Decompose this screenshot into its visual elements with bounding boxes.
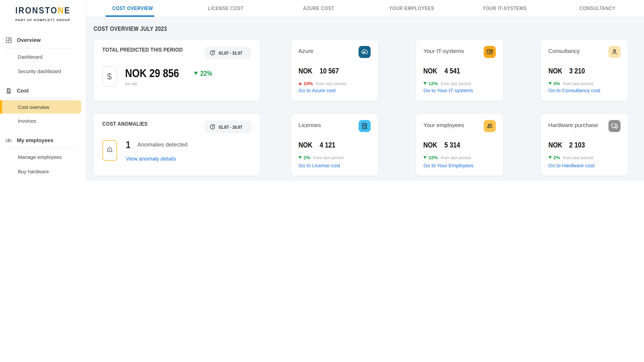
- sidebar-item-invoices[interactable]: Invoices: [0, 114, 86, 128]
- delta-caption: from last period: [563, 81, 593, 86]
- card-it-systems: Your IT-systems NOK4 541 12% from last p…: [416, 40, 503, 100]
- go-to-hardware-cost-link[interactable]: Go to Hardware cost: [548, 163, 620, 168]
- delta-caption: from last period: [441, 155, 471, 160]
- card-title: COST ANOMALIES: [102, 121, 148, 127]
- cloud-gear-icon: [358, 46, 371, 58]
- go-to-license-cost-link[interactable]: Go to License cost: [298, 163, 371, 168]
- devices-icon: [608, 120, 620, 132]
- card-title: Your employees: [423, 122, 464, 129]
- history-clock-icon: [210, 124, 216, 130]
- dollar-icon: $: [102, 66, 116, 86]
- tab-cost-overview[interactable]: COST OVERVIEW: [86, 0, 179, 17]
- sidebar-section-cost[interactable]: $ Cost: [0, 84, 86, 98]
- sidebar-section-label: Cost: [17, 88, 29, 94]
- divider: [5, 48, 76, 48]
- tab-your-it-systems[interactable]: YOUR IT-SYSTEMS: [458, 0, 551, 17]
- divider: [5, 148, 76, 148]
- card-amount: 4 541: [444, 67, 460, 75]
- card-your-employees: Your employees NOK5 314 22% from last pe…: [416, 114, 503, 176]
- delta-badge: 2%: [298, 155, 310, 160]
- delta-caption: from last period: [441, 81, 471, 86]
- svg-text:$: $: [8, 89, 10, 92]
- card-title: Azure: [298, 48, 314, 55]
- delta-caption: from last period: [563, 155, 593, 160]
- page-title: COST OVERVIEW JULY 2023: [94, 25, 167, 32]
- sidebar-item-cost-overview[interactable]: Cost overview: [0, 100, 81, 114]
- card-amount: 5 314: [444, 141, 460, 149]
- delta-badge: 4%: [548, 81, 560, 86]
- logo-accent-letter: N: [58, 5, 64, 15]
- card-amount: 3 210: [569, 67, 585, 75]
- delta-badge: 22%: [423, 155, 438, 160]
- card-hardware: Hardware purchase NOK2 103 2% from last …: [541, 114, 628, 176]
- logo: IRONSTONE PART OF KOMPLETT GROUP: [0, 0, 86, 22]
- sidebar-section-my-employees[interactable]: My employees: [0, 133, 86, 147]
- sidebar-section-label: Overview: [17, 37, 40, 43]
- anomaly-count: 1: [126, 139, 130, 150]
- go-to-it-systems-link[interactable]: Go to Your-IT systems: [423, 87, 496, 93]
- arrow-down-icon: [423, 82, 427, 85]
- sidebar-item-order-history[interactable]: Order history: [0, 179, 86, 181]
- view-anomaly-details-link[interactable]: View anomaly details: [126, 156, 188, 162]
- anomaly-label: Anomalies detected: [137, 141, 188, 148]
- arrow-down-icon: [298, 156, 302, 159]
- divider: [5, 98, 76, 99]
- logo-subtitle: PART OF KOMPLETT GROUP: [0, 18, 86, 22]
- card-title: Licenses: [298, 122, 321, 129]
- period-badge: 01.07 - 31.07: [205, 46, 251, 59]
- go-to-consultancy-link[interactable]: Go to Consultancy cost: [548, 87, 620, 93]
- arrow-down-icon: [194, 71, 198, 75]
- sidebar-item-security-dashboard[interactable]: Security dashboard: [0, 64, 86, 78]
- delta-badge: 10%: [298, 81, 313, 86]
- period-badge: 01.07 - 16.07: [205, 121, 251, 133]
- arrow-down-icon: [548, 82, 552, 85]
- sidebar-item-manage-employees[interactable]: Manage employees: [0, 150, 86, 164]
- sidebar-item-dashboard[interactable]: Dashboard: [0, 50, 86, 64]
- logo-wordmark: IRONSTONE: [5, 5, 81, 16]
- sidebar-nav: Overview Dashboard Security dashboard $ …: [0, 33, 86, 181]
- delta-badge: 2%: [548, 155, 560, 160]
- delta-caption: from last period: [316, 81, 346, 86]
- cost-document-icon: $: [5, 87, 12, 94]
- grid-icon: [5, 36, 12, 44]
- total-predicted-card: TOTAL PREDICTED THIS PERIOD 01.07 - 31.0…: [94, 40, 260, 100]
- go-to-your-employees-link[interactable]: Go to Your Employees: [423, 163, 496, 168]
- tab-license-cost[interactable]: LICENSE COST: [179, 0, 272, 17]
- card-title: Your IT-systems: [423, 48, 464, 55]
- sidebar: IRONSTONE PART OF KOMPLETT GROUP Overvie…: [0, 0, 86, 181]
- window-wrench-icon: [484, 46, 496, 58]
- app-screen: IRONSTONE PART OF KOMPLETT GROUP Overvie…: [0, 0, 644, 181]
- tab-azure-cost[interactable]: AZURE COST: [272, 0, 365, 17]
- alert-bell-icon: [102, 140, 117, 161]
- currency-label: NOK: [125, 67, 146, 79]
- arrow-down-icon: [548, 156, 552, 159]
- sidebar-item-buy-hardware[interactable]: Buy hardware: [0, 164, 86, 179]
- main-area: COST OVERVIEW LICENSE COST AZURE COST YO…: [86, 0, 644, 181]
- arrow-up-icon: [298, 82, 302, 85]
- go-to-azure-cost-link[interactable]: Go to Azure cost: [298, 87, 371, 93]
- delta-badge: 12%: [423, 81, 438, 86]
- summary-row-1: TOTAL PREDICTED THIS PERIOD 01.07 - 31.0…: [94, 40, 628, 100]
- arrow-down-icon: [423, 156, 427, 159]
- delta-caption: from last period: [313, 155, 343, 160]
- tab-bar: COST OVERVIEW LICENSE COST AZURE COST YO…: [86, 0, 644, 17]
- card-amount: 4 121: [320, 141, 335, 149]
- total-amount: 29 856: [150, 67, 179, 79]
- license-doc-icon: [358, 120, 371, 132]
- ex-vat-note: ex.vat: [125, 81, 214, 86]
- card-title: Hardware purchase: [548, 122, 598, 129]
- card-licenses: Licenses NOK4 121 2% from last period Go…: [291, 114, 378, 176]
- content: COST OVERVIEW JULY 2023 TOTAL PREDICTED …: [86, 17, 644, 181]
- card-amount: 10 567: [320, 67, 338, 75]
- total-delta: 22%: [194, 69, 214, 77]
- card-consultancy: Consultancy NOK3 210 4% from last period…: [541, 40, 628, 100]
- sidebar-section-overview[interactable]: Overview: [0, 33, 86, 47]
- cost-anomalies-card: COST ANOMALIES 01.07 - 16.07: [94, 114, 260, 176]
- tab-consultancy[interactable]: CONSULTANCY: [551, 0, 644, 17]
- card-azure: Azure NOK10 567 10% from last period Go …: [291, 40, 378, 100]
- tab-your-employees[interactable]: YOUR EMPLOYEES: [365, 0, 458, 17]
- card-title: Consultancy: [548, 48, 580, 55]
- history-clock-icon: [210, 50, 216, 56]
- sidebar-section-label: My employees: [17, 137, 54, 143]
- card-amount: 2 103: [569, 141, 585, 149]
